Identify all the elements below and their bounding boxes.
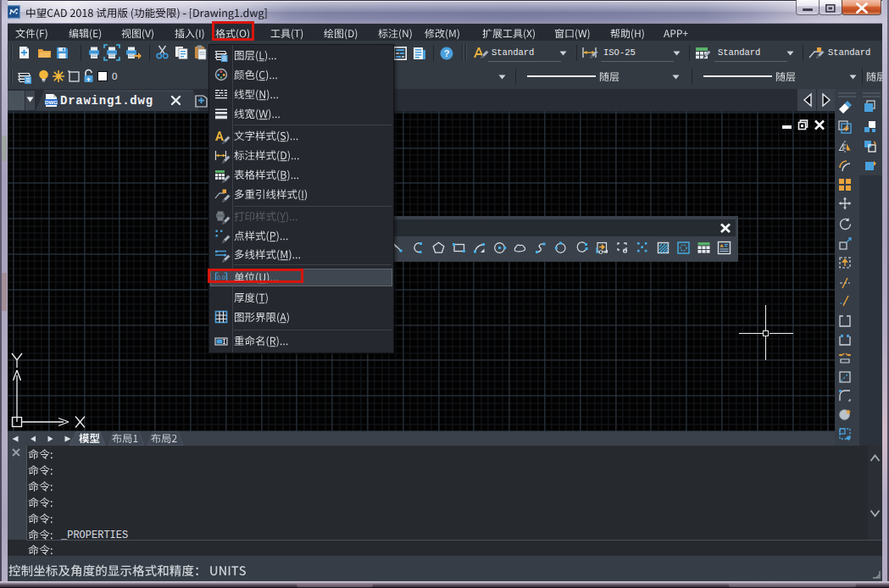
svg-text:?: ? — [444, 48, 450, 58]
svg-text:DWG: DWG — [45, 99, 58, 105]
